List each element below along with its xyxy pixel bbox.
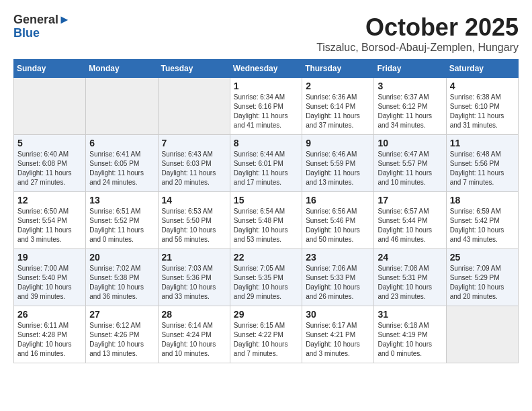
header-friday: Friday	[374, 60, 446, 78]
day-number: 25	[450, 252, 515, 263]
logo: General► Blue	[13, 13, 71, 40]
calendar-cell: 8Sunrise: 6:44 AM Sunset: 6:01 PM Daylig…	[230, 135, 302, 192]
calendar-cell: 25Sunrise: 7:09 AM Sunset: 5:29 PM Dayli…	[446, 249, 518, 306]
day-info: Sunrise: 7:08 AM Sunset: 5:31 PM Dayligh…	[378, 264, 442, 302]
day-info: Sunrise: 6:47 AM Sunset: 5:57 PM Dayligh…	[378, 150, 442, 187]
page-container: General► Blue October 2025 Tiszaluc, Bor…	[13, 13, 519, 363]
day-number: 22	[234, 252, 298, 263]
calendar-cell: 7Sunrise: 6:43 AM Sunset: 6:03 PM Daylig…	[158, 135, 230, 192]
day-number: 6	[89, 138, 154, 148]
calendar-cell: 28Sunrise: 6:14 AM Sunset: 4:24 PM Dayli…	[158, 306, 230, 363]
day-number: 24	[378, 252, 442, 263]
day-number: 4	[450, 81, 515, 91]
header-wednesday: Wednesday	[230, 60, 302, 78]
day-info: Sunrise: 6:48 AM Sunset: 5:56 PM Dayligh…	[450, 150, 515, 187]
day-info: Sunrise: 6:17 AM Sunset: 4:21 PM Dayligh…	[306, 321, 370, 359]
day-info: Sunrise: 6:18 AM Sunset: 4:19 PM Dayligh…	[378, 321, 442, 359]
day-info: Sunrise: 7:02 AM Sunset: 5:38 PM Dayligh…	[89, 264, 154, 302]
calendar-cell: 6Sunrise: 6:41 AM Sunset: 6:05 PM Daylig…	[86, 135, 158, 192]
weekday-header-row: Sunday Monday Tuesday Wednesday Thursday…	[14, 60, 519, 78]
day-info: Sunrise: 6:53 AM Sunset: 5:50 PM Dayligh…	[162, 207, 226, 244]
day-info: Sunrise: 6:50 AM Sunset: 5:54 PM Dayligh…	[17, 207, 82, 244]
day-number: 2	[306, 81, 370, 91]
day-number: 18	[450, 195, 515, 205]
calendar-cell: 3Sunrise: 6:37 AM Sunset: 6:12 PM Daylig…	[374, 78, 446, 135]
day-info: Sunrise: 6:41 AM Sunset: 6:05 PM Dayligh…	[89, 150, 154, 187]
day-number: 29	[234, 309, 298, 320]
week-row-3: 19Sunrise: 7:00 AM Sunset: 5:40 PM Dayli…	[14, 249, 519, 306]
calendar-cell: 30Sunrise: 6:17 AM Sunset: 4:21 PM Dayli…	[302, 306, 374, 363]
day-info: Sunrise: 6:56 AM Sunset: 5:46 PM Dayligh…	[306, 207, 370, 244]
calendar-cell	[446, 306, 518, 363]
day-info: Sunrise: 6:36 AM Sunset: 6:14 PM Dayligh…	[306, 93, 370, 130]
location-title: Tiszaluc, Borsod-Abauj-Zemplen, Hungary	[316, 42, 519, 54]
day-number: 26	[17, 309, 82, 320]
header-thursday: Thursday	[302, 60, 374, 78]
calendar-cell: 14Sunrise: 6:53 AM Sunset: 5:50 PM Dayli…	[158, 192, 230, 249]
day-number: 5	[17, 138, 82, 148]
day-number: 20	[89, 252, 154, 263]
day-info: Sunrise: 6:15 AM Sunset: 4:22 PM Dayligh…	[234, 321, 298, 359]
calendar-cell: 18Sunrise: 6:59 AM Sunset: 5:42 PM Dayli…	[446, 192, 518, 249]
calendar-cell: 24Sunrise: 7:08 AM Sunset: 5:31 PM Dayli…	[374, 249, 446, 306]
calendar-cell: 26Sunrise: 6:11 AM Sunset: 4:28 PM Dayli…	[14, 306, 86, 363]
day-info: Sunrise: 6:38 AM Sunset: 6:10 PM Dayligh…	[450, 93, 515, 130]
month-title: October 2025	[316, 13, 519, 42]
day-number: 21	[162, 252, 226, 263]
day-info: Sunrise: 7:03 AM Sunset: 5:36 PM Dayligh…	[162, 264, 226, 302]
day-number: 3	[378, 81, 442, 91]
day-number: 10	[378, 138, 442, 148]
day-number: 15	[234, 195, 298, 205]
day-info: Sunrise: 6:34 AM Sunset: 6:16 PM Dayligh…	[234, 93, 298, 130]
day-info: Sunrise: 6:59 AM Sunset: 5:42 PM Dayligh…	[450, 207, 515, 244]
calendar-cell: 11Sunrise: 6:48 AM Sunset: 5:56 PM Dayli…	[446, 135, 518, 192]
day-number: 23	[306, 252, 370, 263]
day-number: 16	[306, 195, 370, 205]
day-info: Sunrise: 6:37 AM Sunset: 6:12 PM Dayligh…	[378, 93, 442, 130]
week-row-0: 1Sunrise: 6:34 AM Sunset: 6:16 PM Daylig…	[14, 78, 519, 135]
calendar-cell: 29Sunrise: 6:15 AM Sunset: 4:22 PM Dayli…	[230, 306, 302, 363]
logo-blue-text: Blue	[13, 26, 40, 40]
day-info: Sunrise: 6:12 AM Sunset: 4:26 PM Dayligh…	[89, 321, 154, 359]
day-info: Sunrise: 6:54 AM Sunset: 5:48 PM Dayligh…	[234, 207, 298, 244]
calendar-cell: 13Sunrise: 6:51 AM Sunset: 5:52 PM Dayli…	[86, 192, 158, 249]
header-tuesday: Tuesday	[158, 60, 230, 78]
calendar-cell: 12Sunrise: 6:50 AM Sunset: 5:54 PM Dayli…	[14, 192, 86, 249]
calendar-cell	[158, 78, 230, 135]
day-number: 27	[89, 309, 154, 320]
calendar-cell: 19Sunrise: 7:00 AM Sunset: 5:40 PM Dayli…	[14, 249, 86, 306]
day-number: 31	[378, 309, 442, 320]
calendar-cell: 2Sunrise: 6:36 AM Sunset: 6:14 PM Daylig…	[302, 78, 374, 135]
day-info: Sunrise: 7:00 AM Sunset: 5:40 PM Dayligh…	[17, 264, 82, 302]
calendar-cell: 9Sunrise: 6:46 AM Sunset: 5:59 PM Daylig…	[302, 135, 374, 192]
day-number: 13	[89, 195, 154, 205]
calendar-cell: 27Sunrise: 6:12 AM Sunset: 4:26 PM Dayli…	[86, 306, 158, 363]
day-number: 11	[450, 138, 515, 148]
calendar-cell: 16Sunrise: 6:56 AM Sunset: 5:46 PM Dayli…	[302, 192, 374, 249]
day-info: Sunrise: 6:57 AM Sunset: 5:44 PM Dayligh…	[378, 207, 442, 244]
calendar-cell: 22Sunrise: 7:05 AM Sunset: 5:35 PM Dayli…	[230, 249, 302, 306]
week-row-2: 12Sunrise: 6:50 AM Sunset: 5:54 PM Dayli…	[14, 192, 519, 249]
header-monday: Monday	[86, 60, 158, 78]
calendar-cell: 15Sunrise: 6:54 AM Sunset: 5:48 PM Dayli…	[230, 192, 302, 249]
week-row-1: 5Sunrise: 6:40 AM Sunset: 6:08 PM Daylig…	[14, 135, 519, 192]
day-info: Sunrise: 6:44 AM Sunset: 6:01 PM Dayligh…	[234, 150, 298, 187]
calendar-cell	[86, 78, 158, 135]
calendar-cell: 23Sunrise: 7:06 AM Sunset: 5:33 PM Dayli…	[302, 249, 374, 306]
day-number: 9	[306, 138, 370, 148]
day-info: Sunrise: 6:51 AM Sunset: 5:52 PM Dayligh…	[89, 207, 154, 244]
calendar-cell: 17Sunrise: 6:57 AM Sunset: 5:44 PM Dayli…	[374, 192, 446, 249]
calendar-cell: 20Sunrise: 7:02 AM Sunset: 5:38 PM Dayli…	[86, 249, 158, 306]
title-section: October 2025 Tiszaluc, Borsod-Abauj-Zemp…	[316, 13, 519, 54]
day-number: 30	[306, 309, 370, 320]
calendar-cell: 21Sunrise: 7:03 AM Sunset: 5:36 PM Dayli…	[158, 249, 230, 306]
day-number: 19	[17, 252, 82, 263]
day-number: 1	[234, 81, 298, 91]
day-info: Sunrise: 6:11 AM Sunset: 4:28 PM Dayligh…	[17, 321, 82, 359]
calendar-cell: 4Sunrise: 6:38 AM Sunset: 6:10 PM Daylig…	[446, 78, 518, 135]
day-info: Sunrise: 6:40 AM Sunset: 6:08 PM Dayligh…	[17, 150, 82, 187]
day-number: 8	[234, 138, 298, 148]
day-number: 14	[162, 195, 226, 205]
week-row-4: 26Sunrise: 6:11 AM Sunset: 4:28 PM Dayli…	[14, 306, 519, 363]
day-info: Sunrise: 7:05 AM Sunset: 5:35 PM Dayligh…	[234, 264, 298, 302]
